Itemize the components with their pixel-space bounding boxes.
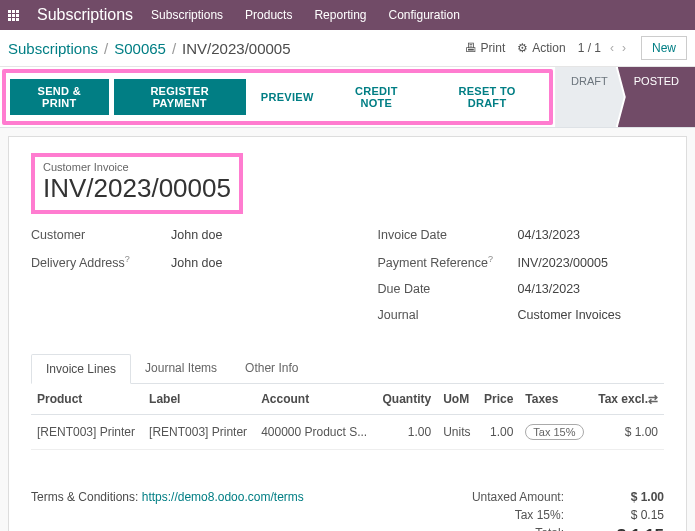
terms-label: Terms & Conditions: — [31, 490, 138, 504]
status-actions: SEND & PRINT REGISTER PAYMENT PREVIEW CR… — [2, 69, 553, 125]
main-menu: Subscriptions Products Reporting Configu… — [151, 8, 460, 22]
breadcrumb-current: INV/2023/00005 — [182, 40, 290, 57]
cell-account[interactable]: 400000 Product S... — [255, 415, 375, 450]
left-col: Customer John doe Delivery Address? John… — [31, 228, 318, 334]
tab-invoice-lines[interactable]: Invoice Lines — [31, 354, 131, 384]
tax15-label: Tax 15%: — [515, 508, 564, 522]
cell-qty[interactable]: 1.00 — [375, 415, 437, 450]
apps-icon[interactable] — [8, 10, 19, 21]
tab-other-info[interactable]: Other Info — [231, 354, 312, 383]
statusbar: SEND & PRINT REGISTER PAYMENT PREVIEW CR… — [0, 67, 695, 128]
new-button[interactable]: New — [641, 36, 687, 60]
col-quantity[interactable]: Quantity — [375, 384, 437, 415]
table-row[interactable]: [RENT003] Printer [RENT003] Printer 4000… — [31, 415, 664, 450]
action-button[interactable]: ⚙ Action — [517, 41, 565, 55]
cell-product[interactable]: [RENT003] Printer — [31, 415, 143, 450]
delivery-label: Delivery Address? — [31, 254, 171, 270]
pager-next-icon[interactable]: › — [619, 41, 629, 55]
total-label: Total: — [535, 526, 564, 531]
register-payment-button[interactable]: REGISTER PAYMENT — [114, 79, 246, 115]
cell-uom[interactable]: Units — [437, 415, 477, 450]
invoice-number: INV/2023/00005 — [43, 173, 231, 204]
terms-link[interactable]: https://demo8.odoo.com/terms — [142, 490, 304, 504]
pager: 1 / 1 ‹ › — [578, 41, 629, 55]
totals: Untaxed Amount: $ 1.00 Tax 15%: $ 0.15 T… — [444, 490, 664, 531]
breadcrumb: Subscriptions / S00065 / INV/2023/00005 — [8, 40, 291, 57]
pager-prev-icon[interactable]: ‹ — [607, 41, 617, 55]
preview-button[interactable]: PREVIEW — [251, 79, 324, 115]
col-label[interactable]: Label — [143, 384, 255, 415]
menu-reporting[interactable]: Reporting — [314, 8, 366, 22]
control-panel-right: 🖶 Print ⚙ Action 1 / 1 ‹ › New — [465, 36, 687, 60]
pager-text: 1 / 1 — [578, 41, 601, 55]
menu-configuration[interactable]: Configuration — [388, 8, 459, 22]
invoice-lines-table: Product Label Account Quantity UoM Price… — [31, 384, 664, 450]
breadcrumb-root[interactable]: Subscriptions — [8, 40, 98, 57]
due-date-value[interactable]: 04/13/2023 — [518, 282, 581, 296]
invoice-date-label: Invoice Date — [378, 228, 518, 242]
sheet-tabs: Invoice Lines Journal Items Other Info — [31, 354, 664, 384]
send-print-button[interactable]: SEND & PRINT — [10, 79, 109, 115]
tab-journal-items[interactable]: Journal Items — [131, 354, 231, 383]
reset-draft-button[interactable]: RESET TO DRAFT — [429, 79, 545, 115]
menu-products[interactable]: Products — [245, 8, 292, 22]
tax15-value: $ 0.15 — [604, 508, 664, 522]
total-value: $ 1.15 — [604, 526, 664, 531]
col-product[interactable]: Product — [31, 384, 143, 415]
delivery-value[interactable]: John doe — [171, 256, 222, 270]
payment-ref-value[interactable]: INV/2023/00005 — [518, 256, 608, 270]
print-label: Print — [481, 41, 506, 55]
swap-icon[interactable]: ⇄ — [648, 392, 658, 406]
menu-subscriptions[interactable]: Subscriptions — [151, 8, 223, 22]
col-taxes[interactable]: Taxes — [519, 384, 590, 415]
form-sheet: Customer Invoice INV/2023/00005 Customer… — [8, 136, 687, 531]
payment-ref-label: Payment Reference? — [378, 254, 518, 270]
col-price[interactable]: Price — [477, 384, 519, 415]
control-panel: Subscriptions / S00065 / INV/2023/00005 … — [0, 30, 695, 67]
printer-icon: 🖶 — [465, 41, 477, 55]
journal-label: Journal — [378, 308, 518, 322]
cell-label[interactable]: [RENT003] Printer — [143, 415, 255, 450]
action-label: Action — [532, 41, 565, 55]
invoice-title-label: Customer Invoice — [43, 161, 231, 173]
right-col: Invoice Date 04/13/2023 Payment Referenc… — [378, 228, 665, 334]
col-tax-excl[interactable]: Tax excl. ⇄ — [591, 384, 664, 415]
tax-pill: Tax 15% — [525, 424, 583, 440]
status-steps: DRAFT POSTED — [555, 67, 695, 127]
credit-note-button[interactable]: CREDIT NOTE — [329, 79, 424, 115]
status-draft[interactable]: DRAFT — [555, 67, 624, 127]
breadcrumb-mid[interactable]: S00065 — [114, 40, 166, 57]
breadcrumb-sep: / — [104, 40, 108, 57]
table-header-row: Product Label Account Quantity UoM Price… — [31, 384, 664, 415]
customer-value[interactable]: John doe — [171, 228, 222, 242]
cell-price[interactable]: 1.00 — [477, 415, 519, 450]
top-navbar: Subscriptions Subscriptions Products Rep… — [0, 0, 695, 30]
gear-icon: ⚙ — [517, 41, 528, 55]
print-button[interactable]: 🖶 Print — [465, 41, 506, 55]
form-columns: Customer John doe Delivery Address? John… — [31, 228, 664, 334]
untaxed-value: $ 1.00 — [604, 490, 664, 504]
invoice-date-value[interactable]: 04/13/2023 — [518, 228, 581, 242]
col-uom[interactable]: UoM — [437, 384, 477, 415]
breadcrumb-sep: / — [172, 40, 176, 57]
footer-row: Terms & Conditions: https://demo8.odoo.c… — [31, 490, 664, 531]
customer-label: Customer — [31, 228, 171, 242]
terms: Terms & Conditions: https://demo8.odoo.c… — [31, 490, 304, 531]
status-posted[interactable]: POSTED — [618, 67, 695, 127]
col-account[interactable]: Account — [255, 384, 375, 415]
journal-value[interactable]: Customer Invoices — [518, 308, 622, 322]
cell-tax-excl: $ 1.00 — [591, 415, 664, 450]
due-date-label: Due Date — [378, 282, 518, 296]
untaxed-label: Untaxed Amount: — [472, 490, 564, 504]
cell-tax[interactable]: Tax 15% — [519, 415, 590, 450]
invoice-title-box: Customer Invoice INV/2023/00005 — [31, 153, 243, 214]
app-brand[interactable]: Subscriptions — [37, 6, 133, 24]
